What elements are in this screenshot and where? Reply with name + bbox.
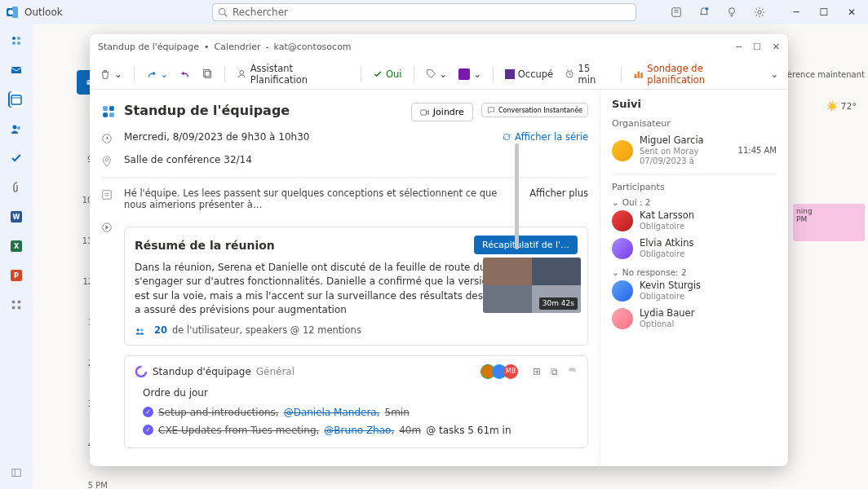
svg-point-16 [13, 126, 17, 130]
copy-button[interactable] [202, 68, 213, 79]
maximize-button[interactable]: ☐ [817, 7, 830, 18]
join-button[interactable]: Joindre [411, 103, 473, 121]
video-icon [420, 108, 430, 117]
full-recap-button[interactable]: Récapitulatif de l'… [474, 236, 578, 254]
organizer-row[interactable]: Miguel Garcia Sent on Moray 07/09/2023 à… [612, 132, 777, 170]
svg-point-50 [140, 328, 143, 331]
rail-people-icon[interactable] [8, 121, 24, 137]
rail-word-icon[interactable]: W [8, 209, 24, 225]
tips-icon[interactable] [726, 7, 739, 18]
yes-group-toggle[interactable]: ⌄Oui : 2 [612, 197, 777, 207]
chevron-down-icon: ⌄ [612, 197, 619, 207]
svg-line-4 [224, 14, 227, 16]
scheduling-poll-button[interactable]: Sondage de planification [633, 63, 760, 86]
share-component-icon[interactable] [568, 366, 578, 377]
ai-summary-icon [101, 104, 116, 119]
notification-icon[interactable] [698, 7, 711, 18]
minimize-button[interactable]: ─ [790, 7, 803, 18]
svg-point-49 [136, 328, 139, 331]
rail-todo-icon[interactable] [8, 150, 24, 166]
reminder-button[interactable]: 15 min [565, 63, 609, 86]
svg-rect-25 [18, 301, 21, 304]
rail-mail-icon[interactable] [8, 62, 24, 78]
svg-point-53 [573, 368, 575, 371]
tracking-heading: Suivi [612, 98, 777, 110]
loop-name[interactable]: Standup d'équipage [153, 366, 251, 377]
agenda-item[interactable]: ✓ Setup and introductions, @Daniela Mand… [143, 403, 578, 421]
show-as-button[interactable]: Occupé [505, 68, 553, 80]
tag-button[interactable]: ⌄ [426, 68, 448, 80]
toolbar-overflow-button[interactable]: ⌄ [770, 68, 778, 80]
weather-temp: 72° [841, 101, 857, 112]
onenote-button[interactable]: ⌄ [458, 68, 481, 80]
svg-rect-40 [103, 106, 108, 111]
participant-role: Obligatoire [640, 222, 777, 231]
description-icon [101, 189, 116, 200]
svg-rect-24 [12, 301, 16, 304]
search-input[interactable]: Rechercher [212, 3, 636, 21]
noresponse-group-toggle[interactable]: ⌄No response: 2 [612, 267, 777, 277]
rail-more-apps-icon[interactable] [8, 297, 24, 313]
svg-text:P: P [14, 272, 19, 280]
note-icon[interactable] [671, 7, 684, 18]
forward-button[interactable]: ⌄ [146, 68, 169, 80]
assistant-icon [237, 68, 246, 79]
organizer-sent: Sent on Moray 07/09/2023 à [640, 147, 732, 166]
window-minimize-button[interactable]: ─ [736, 42, 742, 52]
svg-point-8 [758, 11, 761, 14]
close-button[interactable]: ✕ [845, 7, 858, 18]
agenda-item[interactable]: ✓ CXE Updates from Tues meeting, @Bruno … [143, 421, 578, 439]
rail-files-icon[interactable] [8, 179, 24, 196]
svg-text:X: X [14, 243, 20, 250]
recording-thumbnail[interactable]: 30m 42s [483, 258, 581, 313]
svg-rect-42 [103, 112, 108, 117]
rail-excel-icon[interactable]: X [8, 238, 24, 254]
grid-icon[interactable]: ⊞ [533, 366, 541, 377]
svg-point-7 [729, 8, 735, 14]
participant-role: Optional [640, 319, 777, 329]
outlook-logo-icon [0, 6, 24, 19]
scheduling-assistant-button[interactable]: Assistant Planification [237, 63, 349, 86]
search-placeholder: Rechercher [232, 7, 288, 18]
svg-rect-13 [11, 67, 21, 73]
event-detail-window: Standup de l'équipage • Calendrier - kat… [90, 34, 788, 466]
rail-home-icon[interactable] [8, 33, 24, 49]
avatar [612, 238, 633, 259]
scrollbar-thumb[interactable] [515, 143, 519, 249]
settings-icon[interactable] [754, 7, 767, 18]
show-more-link[interactable]: Afficher plus [529, 187, 588, 199]
instant-chat-button[interactable]: Conversation Instantanée [481, 103, 588, 117]
participant-row[interactable]: Kevin SturgisObligatoire [612, 277, 777, 305]
reply-button[interactable] [179, 68, 191, 80]
event-datetime: Mercredi, 8/09/2023 de 9h30 à 10h30 [124, 131, 494, 143]
delete-button[interactable]: ⌄ [100, 68, 122, 80]
svg-point-33 [240, 71, 244, 75]
rsvp-yes-button[interactable]: Oui [373, 68, 402, 80]
chevron-down-icon: ⌄ [612, 267, 619, 277]
participant-row[interactable]: Lydia BauerOptional [612, 305, 777, 333]
agenda-heading: Ordre du jour [143, 387, 578, 399]
svg-text:W: W [13, 214, 20, 221]
rail-collapse-icon[interactable] [8, 465, 24, 481]
calendar-event-block[interactable]: ning PM [793, 204, 865, 241]
event-win-title: Standup de l'équipage [98, 42, 199, 52]
check-icon [373, 69, 383, 79]
svg-point-11 [12, 42, 16, 45]
svg-point-52 [569, 368, 572, 371]
rail-powerpoint-icon[interactable]: P [8, 267, 24, 284]
svg-rect-34 [458, 68, 470, 80]
rail-calendar-icon[interactable] [8, 91, 24, 108]
show-series-link[interactable]: Afficher la série [502, 131, 588, 143]
copy-component-icon[interactable]: ⧉ [551, 366, 558, 377]
app-rail: W X P [0, 24, 33, 489]
svg-rect-43 [109, 112, 114, 117]
weather-widget[interactable]: ☀️ 72° [826, 101, 857, 112]
window-maximize-button[interactable]: ☐ [753, 42, 761, 52]
checked-icon: ✓ [143, 425, 153, 435]
loop-component-card: Standup d'équipage Général MB ⊞ ⧉ [124, 355, 588, 448]
participant-row[interactable]: Elvia AtkinsObligatoire [612, 235, 777, 262]
window-close-button[interactable]: ✕ [773, 42, 780, 52]
participant-row[interactable]: Kat LarssonObligatoire [612, 207, 777, 235]
people-stat-icon [135, 326, 149, 337]
event-heading: Standup de l'équipage [124, 103, 403, 118]
